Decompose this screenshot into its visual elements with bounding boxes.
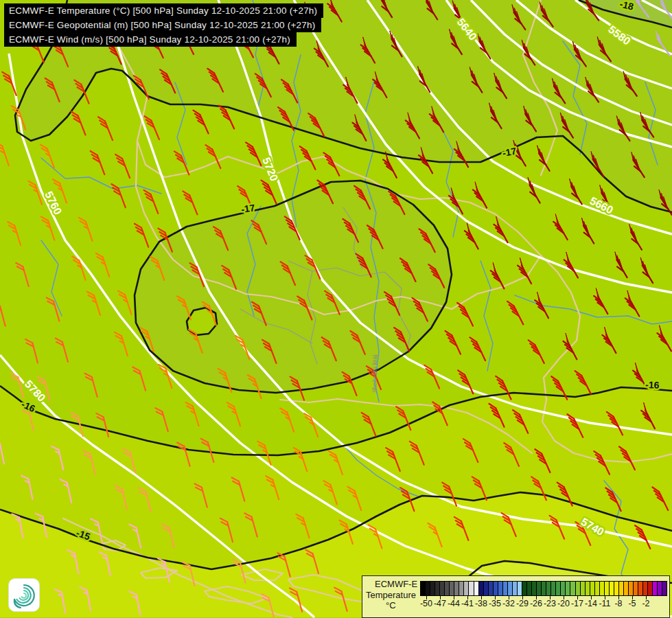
legend-color-cell [643, 582, 648, 595]
legend-color-cell [638, 582, 643, 595]
legend-model-name: ECMWF-E [375, 579, 421, 590]
legend-color-cell [542, 582, 546, 595]
title-line-wind: ECMWF-E Wind (m/s) [500 hPa] Sunday 12-1… [4, 32, 297, 47]
legend-color-cell [494, 582, 498, 595]
legend-color-cell [662, 582, 667, 595]
legend-color-cell [479, 582, 484, 595]
legend-color-cell [532, 582, 537, 595]
legend-color-cell [459, 582, 464, 595]
legend-color-cell [484, 582, 489, 595]
legend-color-cell [546, 582, 551, 595]
legend-color-cell [629, 582, 634, 595]
legend-parameter-name: Temperature [366, 590, 421, 601]
site-logo [8, 578, 40, 612]
legend-color-cell [570, 582, 575, 595]
legend-color-cell [648, 582, 653, 595]
legend-color-cell [474, 582, 479, 595]
legend-color-cell [634, 582, 638, 595]
legend-color-cell [527, 582, 532, 595]
legend-color-cell [440, 582, 445, 595]
legend-color-cell [619, 582, 624, 595]
legend-color-cell [421, 582, 426, 595]
legend-color-cell [522, 582, 527, 595]
title-block: ECMWF-E Temperature (°C) [500 hPa] Sunda… [4, 3, 323, 47]
legend-color-cell [503, 582, 508, 595]
spiral-logo-icon [9, 579, 39, 611]
legend-color-cell [454, 582, 459, 595]
legend-color-cell [464, 582, 469, 595]
legend-color-cell [590, 582, 595, 595]
legend-color-bar [420, 581, 667, 596]
title-line-temperature: ECMWF-E Temperature (°C) [500 hPa] Sunda… [4, 3, 323, 18]
temperature-label: -17 [240, 202, 255, 215]
legend-color-cell [576, 582, 581, 595]
legend-color-cell [566, 582, 570, 595]
legend-color-cell [551, 582, 556, 595]
legend-color-cell [556, 582, 561, 595]
legend-color-cell [595, 582, 600, 595]
legend-color-cell [489, 582, 494, 595]
legend-color-cell [561, 582, 566, 595]
legend-color-cell [653, 582, 658, 595]
legend-color-cell [518, 582, 522, 595]
temperature-legend: ECMWF-E Temperature °C -50-47-44-41-38-3… [362, 575, 670, 618]
legend-color-cell [614, 582, 619, 595]
weather-map-page: 5580564056605720574057605780-18-17-17-16… [0, 0, 672, 618]
temperature-label: -16 [645, 379, 660, 391]
legend-color-cell [498, 582, 503, 595]
region-label: Jihočeský kraj [371, 355, 378, 394]
legend-color-cell [610, 582, 614, 595]
weather-map: 5580564056605720574057605780-18-17-17-16… [0, 0, 672, 618]
title-line-geopotential: ECMWF-E Geopotential (m) [500 hPa] Sunda… [4, 18, 321, 32]
legend-color-cell [581, 582, 586, 595]
legend-color-cell [430, 582, 435, 595]
legend-labels: ECMWF-E Temperature °C [365, 579, 421, 611]
legend-color-cell [426, 582, 430, 595]
legend-color-cell [469, 582, 474, 595]
legend-color-cell [537, 582, 542, 595]
legend-color-cell [624, 582, 629, 595]
legend-color-cell [513, 582, 518, 595]
legend-color-cell [605, 582, 610, 595]
legend-color-cell [445, 582, 450, 595]
legend-color-cell [435, 582, 440, 595]
legend-color-cell [586, 582, 590, 595]
legend-color-cell [450, 582, 454, 595]
legend-color-cell [508, 582, 513, 595]
legend-color-cell [658, 582, 662, 595]
legend-color-cell [600, 582, 605, 595]
legend-tick-value: -2 [634, 599, 658, 608]
